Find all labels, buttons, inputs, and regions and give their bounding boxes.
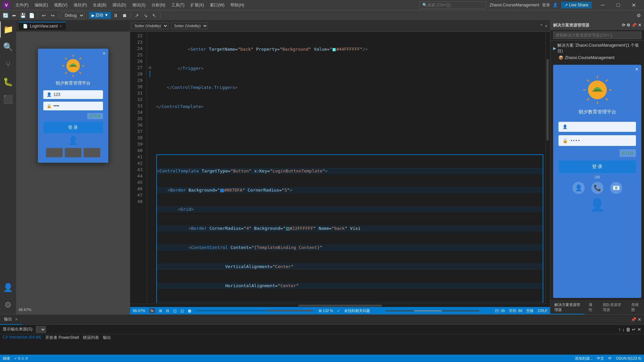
pause-btn[interactable]: ⏸ <box>112 11 120 19</box>
designer-close-btn[interactable]: × <box>103 51 105 56</box>
undo-btn[interactable]: ↩ <box>40 11 48 19</box>
manage-icon[interactable]: ⚙ <box>0 297 16 313</box>
add-source-label[interactable]: 添加到源... <box>575 356 593 361</box>
code-line-33[interactable]: HorizontalAlignment="Center" <box>157 282 543 289</box>
step-out-btn[interactable]: ↖ <box>150 11 158 19</box>
settings-btn[interactable]: ⚙ <box>635 11 643 19</box>
code-line-22[interactable]: <Setter TargetName="back" Property="Back… <box>156 46 545 52</box>
code-editor[interactable]: <Setter TargetName="back" Property="Back… <box>153 32 545 304</box>
solution-search[interactable] <box>550 30 644 41</box>
menu-analyze[interactable]: 分析(N) <box>149 0 168 10</box>
search-box[interactable]: 🔍 <box>419 1 486 9</box>
editor-hscrollbar[interactable] <box>130 304 550 307</box>
bottom-pin-icon[interactable]: 📌 <box>631 317 636 322</box>
open-btn[interactable]: ⬅ <box>10 11 18 19</box>
editor-collapse-btn[interactable]: ⌃ <box>540 23 543 29</box>
sol-close-icon[interactable]: ✕ <box>638 23 641 28</box>
menu-tools[interactable]: 工具(T) <box>169 0 187 10</box>
maximize-button[interactable]: □ <box>610 0 626 10</box>
code-line-29[interactable]: <Grid> <box>157 206 543 212</box>
rp-social-btn-1[interactable]: 👤 <box>573 182 585 194</box>
zoom-display[interactable]: 66.67% <box>133 309 145 313</box>
preview-tab-loginview[interactable]: 📄 LoginView.xaml × <box>19 22 66 30</box>
output-clear-icon[interactable]: 🗑 <box>626 327 631 332</box>
menu-window[interactable]: 窗口(W) <box>207 0 227 10</box>
menu-edit[interactable]: 编辑(E) <box>32 0 51 10</box>
config-select[interactable]: Debug <box>61 12 85 19</box>
rp-social-btn-3[interactable]: 📧 <box>610 182 622 194</box>
live-share-button[interactable]: ↗ Live Share <box>561 2 592 8</box>
tab-solution-explorer[interactable]: 解决方案资源管理器 <box>550 301 585 314</box>
git-icon[interactable]: ⑂ <box>0 56 16 72</box>
new-project-btn[interactable]: 🔄 <box>1 11 9 19</box>
output-close-icon[interactable]: ✕ <box>637 327 641 332</box>
ready-label[interactable]: 就绪 <box>3 356 10 361</box>
output-down-icon[interactable]: ↓ <box>622 327 625 332</box>
step-into-btn[interactable]: ↘ <box>142 11 150 19</box>
minimize-button[interactable]: ─ <box>595 0 610 10</box>
output-wrap-icon[interactable]: ↵ <box>632 327 636 332</box>
menu-view[interactable]: 视图(V) <box>51 0 70 10</box>
search-activity-icon[interactable]: 🔍 <box>0 39 16 55</box>
output-up-icon[interactable]: ↑ <box>619 327 621 332</box>
view-btn-2[interactable]: ◱ <box>180 309 184 313</box>
login-btn-designer[interactable]: 登 录 <box>43 122 103 133</box>
solution-search-input[interactable] <box>553 32 641 39</box>
bottom-close-icon[interactable]: ✕ <box>638 317 641 322</box>
tree-item-project[interactable]: 📦 Zhaoxi.CourseManagement <box>550 55 644 61</box>
code-line-23[interactable]: </Trigger> <box>156 65 545 71</box>
output-tab[interactable]: 输出 ✕ <box>0 315 22 325</box>
zoom-pct[interactable]: ⊞ 132 % <box>319 309 333 313</box>
preview-tab-close[interactable]: × <box>60 24 62 28</box>
input-mode-label[interactable]: 中 <box>608 356 612 361</box>
sub-tab-csharp[interactable]: C# Interactive (64-bit) <box>3 335 41 341</box>
grid-btn-1[interactable]: ⊞ <box>159 309 162 313</box>
rp-social-btn-2[interactable]: 📞 <box>591 182 603 194</box>
code-line-26[interactable] <box>156 122 545 129</box>
login-button[interactable]: 登录 <box>542 2 550 8</box>
output-tab-close[interactable]: ✕ <box>15 317 18 322</box>
menu-extensions[interactable]: 扩展(X) <box>188 0 207 10</box>
close-button[interactable]: ✕ <box>626 0 641 10</box>
step-over-btn[interactable]: ↗ <box>133 11 141 19</box>
grid-btn-2[interactable]: ⊟ <box>166 309 169 313</box>
sub-tab-powershell[interactable]: 开发者 PowerShell <box>45 335 79 341</box>
code-container[interactable]: 2223242526 2728293031 3233343536 3738394… <box>130 32 550 304</box>
zoom-slider[interactable] <box>197 310 313 311</box>
debug-activity-icon[interactable]: 🐛 <box>0 74 16 90</box>
code-line-27[interactable]: <ControlTemplate TargetType="Button" x:K… <box>157 168 543 174</box>
menu-project[interactable]: 项目(P) <box>71 0 90 10</box>
save-all-btn[interactable]: 📄 <box>28 11 36 19</box>
menu-file[interactable]: 文件(F) <box>13 0 31 10</box>
rp-close-btn[interactable]: ✕ <box>635 67 639 72</box>
error-count[interactable]: ✓ 0 ⚠ 0 <box>14 356 28 361</box>
stop-btn[interactable]: ⏹ <box>120 11 128 19</box>
redo-btn[interactable]: ↪ <box>49 11 57 19</box>
sub-tab-output[interactable]: 输出 <box>103 335 111 341</box>
code-line-31[interactable]: <ContentControl Content="{TemplateBindin… <box>157 244 543 251</box>
menu-help[interactable]: 帮助(H) <box>228 0 247 10</box>
menu-build[interactable]: 生成(B) <box>90 0 109 10</box>
hscroll-thumb[interactable] <box>298 305 382 307</box>
search-input[interactable] <box>427 3 474 7</box>
code-line-32[interactable]: VerticalAlignment="Center" <box>157 263 543 270</box>
editor-expand-btn[interactable]: + <box>545 23 547 29</box>
tab-properties[interactable]: 属性 <box>585 301 598 314</box>
menu-test[interactable]: 测试(S) <box>129 0 148 10</box>
tab-class-view[interactable]: 类视图 <box>627 301 644 314</box>
menu-debug[interactable]: 调试(D) <box>110 0 129 10</box>
code-line-28[interactable]: <Border Background="#007DFA" CornerRadiu… <box>157 187 543 193</box>
extensions-icon[interactable]: ⬛ <box>0 91 16 107</box>
account-icon[interactable]: 👤 <box>0 279 16 296</box>
save-btn[interactable]: 💾 <box>19 11 27 19</box>
setter-visibility-select-1[interactable]: Setter (Visibility) <box>131 22 168 29</box>
code-line-24[interactable]: </ControlTemplate.Triggers> <box>156 84 545 91</box>
locale-label[interactable]: 中文 <box>597 356 604 361</box>
fold-marker-27[interactable]: ⊟ <box>149 64 151 71</box>
rp-login-btn[interactable]: 登 录 <box>558 160 636 173</box>
output-source-select[interactable] <box>36 326 46 333</box>
setter-visibility-select-2[interactable]: Setter (Visibility) <box>171 22 208 29</box>
sol-filter-icon[interactable]: ⚙ <box>627 23 630 28</box>
editor-scrollbar[interactable] <box>545 32 550 304</box>
code-line-30[interactable]: <Border CornerRadius="4" Background="#22… <box>157 225 543 231</box>
